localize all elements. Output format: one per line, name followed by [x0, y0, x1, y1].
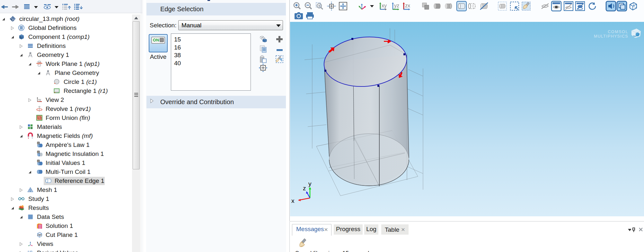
svg-text:MULTIPHYSICS: MULTIPHYSICS: [594, 34, 628, 39]
svg-text:z: z: [303, 185, 306, 192]
svg-text:COMSOL: COMSOL: [608, 30, 628, 34]
svg-text:y: y: [308, 180, 312, 187]
svg-text:xy: xy: [382, 3, 387, 8]
svg-text:zx: zx: [405, 3, 410, 8]
svg-text:x: x: [291, 197, 295, 204]
svg-text:yz: yz: [394, 3, 399, 8]
